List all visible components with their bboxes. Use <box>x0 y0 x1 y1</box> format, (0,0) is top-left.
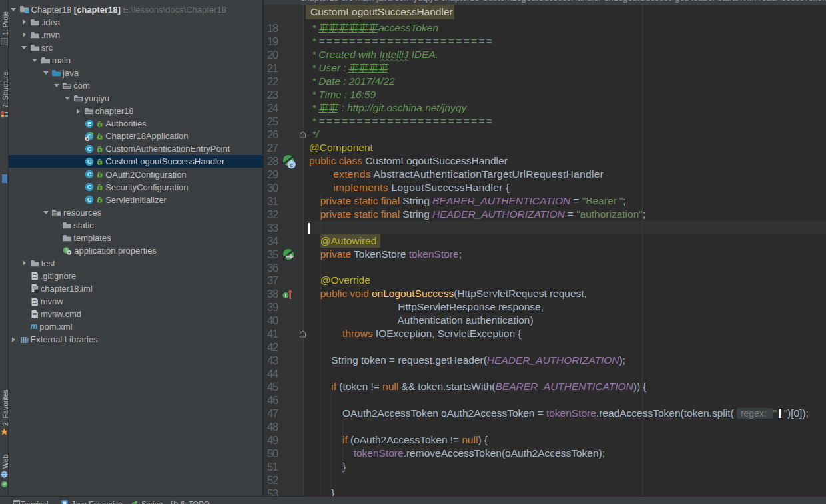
svg-text:C: C <box>87 146 91 152</box>
svg-text:C: C <box>87 171 91 178</box>
svg-text:C: C <box>87 196 91 203</box>
svg-text:c: c <box>290 160 293 168</box>
svg-text:E: E <box>87 121 91 127</box>
svg-text:C: C <box>87 184 91 190</box>
svg-text:C: C <box>87 158 91 165</box>
